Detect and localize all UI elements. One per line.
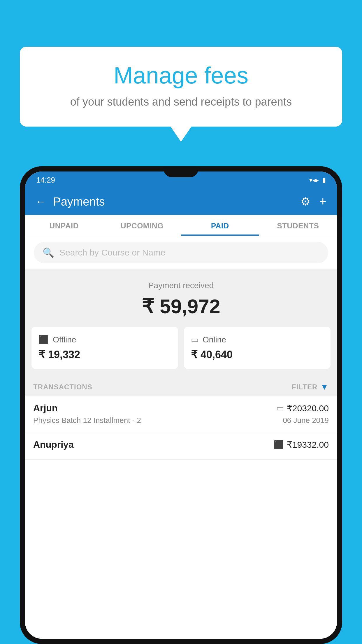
wifi-icon: ▾◂▸ [309,176,319,184]
offline-label: Offline [53,335,76,344]
online-payment-icon: ▭ [276,403,284,413]
payment-received-label: Payment received [34,281,328,290]
battery-icon: ▮ [322,176,326,184]
online-amount: ₹ 40,640 [191,349,324,361]
bubble-title: Manage fees [37,63,325,88]
tab-upcoming[interactable]: UPCOMING [103,215,181,236]
search-bar-container: 🔍 Search by Course or Name [25,236,337,269]
transaction-list: Arjun ▭ ₹20320.00 Physics Batch 12 Insta… [25,396,337,639]
tab-paid[interactable]: PAID [181,215,259,236]
table-row[interactable]: Anupriya ⬛ ₹19332.00 [25,432,337,460]
offline-card-header: ⬛ Offline [38,335,171,344]
main-content: 🔍 Search by Course or Name Payment recei… [25,236,337,639]
transaction-row-bottom: Physics Batch 12 Installment - 2 06 June… [33,416,329,425]
tab-unpaid[interactable]: UNPAID [25,215,103,236]
online-label: Online [203,335,226,344]
filter-label: FILTER [292,383,317,391]
phone-outer: 14:29 ▾◂▸ ▮ ← Payments ⚙ + UNPAID UPCOM [20,166,342,644]
settings-button[interactable]: ⚙ [301,195,310,208]
status-time: 14:29 [36,176,55,185]
transaction-row-top: Arjun ▭ ₹20320.00 [33,403,329,414]
status-icons: ▾◂▸ ▮ [309,176,326,184]
student-name: Arjun [33,403,58,414]
phone-device: 14:29 ▾◂▸ ▮ ← Payments ⚙ + UNPAID UPCOM [20,166,342,644]
filter-icon: ▼ [320,382,329,392]
transactions-header: TRANSACTIONS FILTER ▼ [25,377,337,396]
table-row[interactable]: Arjun ▭ ₹20320.00 Physics Batch 12 Insta… [25,396,337,432]
search-input[interactable]: Search by Course or Name [59,248,166,258]
payment-cards: ⬛ Offline ₹ 19,332 ▭ Online ₹ 40,640 [25,327,337,377]
offline-payment-card: ⬛ Offline ₹ 19,332 [31,327,178,369]
transaction-row-top: Anupriya ⬛ ₹19332.00 [33,439,329,450]
course-info: Physics Batch 12 Installment - 2 [33,416,141,425]
student-name: Anupriya [33,439,74,450]
speech-bubble: Manage fees of your students and send re… [20,47,342,127]
bubble-subtitle: of your students and send receipts to pa… [37,95,325,109]
offline-icon: ⬛ [38,335,49,344]
filter-button[interactable]: FILTER ▼ [292,382,329,392]
payment-received-amount: ₹ 59,972 [34,295,328,318]
back-button[interactable]: ← [36,195,46,208]
online-payment-card: ▭ Online ₹ 40,640 [184,327,331,369]
offline-payment-icon: ⬛ [274,440,284,449]
phone-notch [164,166,198,177]
transaction-date: 06 June 2019 [283,416,329,425]
header-title: Payments [53,195,301,208]
payment-summary: Payment received ₹ 59,972 [25,269,337,327]
offline-amount: ₹ 19,332 [38,349,171,361]
search-icon: 🔍 [43,247,54,258]
transaction-amount: ▭ ₹20320.00 [276,403,329,413]
online-card-header: ▭ Online [191,335,324,344]
phone-inner: 14:29 ▾◂▸ ▮ ← Payments ⚙ + UNPAID UPCOM [25,172,337,639]
tab-students[interactable]: STUDENTS [259,215,337,236]
search-input-wrapper[interactable]: 🔍 Search by Course or Name [34,242,328,263]
transactions-label: TRANSACTIONS [33,383,92,391]
online-icon: ▭ [191,335,198,344]
tabs-bar: UNPAID UPCOMING PAID STUDENTS [25,215,337,236]
add-button[interactable]: + [319,195,326,209]
app-header: ← Payments ⚙ + [25,188,337,215]
transaction-amount: ⬛ ₹19332.00 [274,440,329,450]
